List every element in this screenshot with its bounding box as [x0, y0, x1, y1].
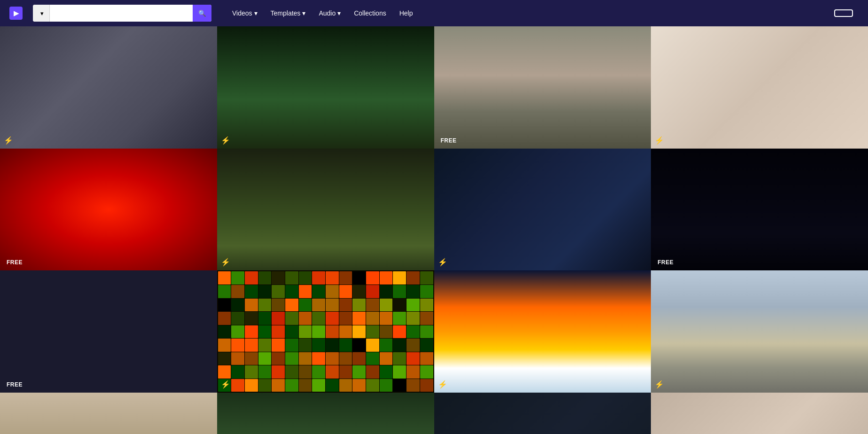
grid-item-15[interactable]: ⚡ — [434, 393, 651, 434]
grid-item-5[interactable]: FREE — [0, 149, 217, 271]
grid-item-6[interactable]: ⚡ — [217, 149, 434, 271]
search-bar: ▾ 🔍 — [33, 5, 211, 22]
nav-links: Videos ▾ Templates ▾ Audio ▾ Collections… — [227, 6, 418, 21]
search-filter-dropdown[interactable]: ▾ — [33, 5, 50, 22]
chevron-down-icon: ▾ — [302, 9, 305, 17]
lightning-icon: ⚡ — [221, 136, 230, 145]
grid-item-2[interactable]: ⚡ — [217, 26, 434, 149]
join-button[interactable] — [834, 9, 853, 17]
free-badge: FREE — [4, 380, 25, 389]
grid-item-1[interactable]: ⚡ — [0, 26, 217, 149]
nav-help-label: Help — [399, 9, 413, 17]
grid-item-9[interactable]: FREE — [0, 270, 217, 393]
search-icon: 🔍 — [198, 10, 206, 17]
search-button[interactable]: 🔍 — [193, 5, 211, 22]
lightning-icon: ⚡ — [221, 380, 230, 389]
nav-templates-label: Templates — [271, 9, 301, 17]
grid-item-13[interactable]: ⚡ — [0, 393, 217, 434]
nav-videos[interactable]: Videos ▾ — [227, 6, 263, 21]
grid-item-4[interactable]: ⚡ — [651, 26, 868, 149]
nav-collections[interactable]: Collections — [348, 6, 391, 21]
free-badge: FREE — [655, 258, 676, 267]
lightning-icon: ⚡ — [4, 136, 13, 145]
logo[interactable]: ▶ — [9, 7, 25, 20]
logo-icon: ▶ — [9, 7, 23, 20]
grid-item-8[interactable]: FREE — [651, 149, 868, 271]
lightning-icon: ⚡ — [438, 380, 447, 389]
grid-item-16[interactable]: FREE — [651, 393, 868, 434]
lightning-icon: ⚡ — [438, 258, 447, 267]
lightning-icon: ⚡ — [655, 136, 664, 145]
nav-videos-label: Videos — [232, 9, 252, 17]
nav-right — [834, 9, 859, 17]
search-input[interactable] — [50, 5, 193, 22]
grid-item-3[interactable]: FREE — [434, 26, 651, 149]
chevron-down-icon: ▾ — [337, 9, 341, 17]
free-badge: FREE — [4, 258, 25, 267]
nav-help[interactable]: Help — [394, 6, 419, 21]
grid-item-7[interactable]: ⚡ — [434, 149, 651, 271]
nav-audio[interactable]: Audio ▾ — [313, 6, 346, 21]
nav-templates[interactable]: Templates ▾ — [265, 6, 312, 21]
chevron-down-icon: ▾ — [40, 10, 44, 17]
navbar: ▶ ▾ 🔍 Videos ▾ Templates ▾ Audio ▾ Colle… — [0, 0, 868, 26]
free-badge: FREE — [438, 136, 460, 145]
grid-item-10[interactable]: ⚡ — [217, 270, 434, 393]
video-grid: ⚡⚡FREE⚡FREE⚡⚡FREEFREE⚡⚡⚡⚡FREE⚡FREE — [0, 26, 868, 434]
lightning-icon: ⚡ — [221, 258, 230, 267]
nav-collections-label: Collections — [354, 9, 386, 17]
grid-item-11[interactable]: ⚡ — [434, 270, 651, 393]
grid-item-12[interactable]: ⚡ — [651, 270, 868, 393]
grid-item-14[interactable]: FREE — [217, 393, 434, 434]
nav-audio-label: Audio — [319, 9, 336, 17]
pixel-grid — [217, 270, 434, 393]
lightning-icon: ⚡ — [655, 380, 664, 389]
chevron-down-icon: ▾ — [254, 9, 258, 17]
